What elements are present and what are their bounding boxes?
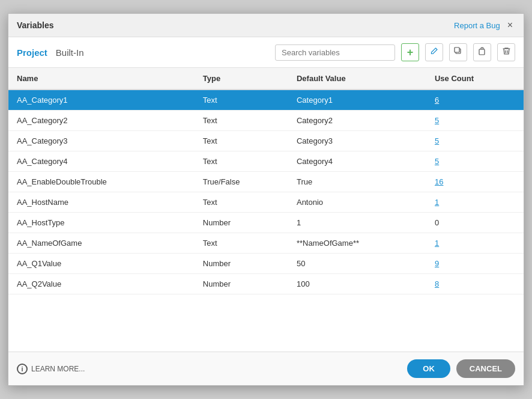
- table-header-row: Name Type Default Value Use Count: [8, 68, 524, 90]
- cell-default: 50: [288, 254, 426, 274]
- cell-default: Category1: [288, 90, 426, 111]
- search-input[interactable]: [275, 44, 395, 61]
- close-button[interactable]: ×: [505, 20, 515, 31]
- cell-usecount: 1: [426, 192, 524, 213]
- delete-button[interactable]: [497, 43, 515, 61]
- table-row[interactable]: AA_Q2ValueNumber1008: [8, 274, 524, 294]
- table-row[interactable]: AA_EnableDoubleTroubleTrue/FalseTrue16: [8, 172, 524, 192]
- paste-icon: [478, 47, 486, 58]
- footer-buttons: OK CANCEL: [407, 359, 515, 378]
- svg-rect-3: [480, 48, 484, 49]
- cell-name: AA_HostName: [8, 192, 195, 213]
- cell-default: Category3: [288, 131, 426, 151]
- learn-more-label: LEARN MORE...: [31, 365, 85, 373]
- learn-more[interactable]: i LEARN MORE...: [17, 364, 85, 374]
- cell-name: AA_HostType: [8, 213, 195, 233]
- copy-icon: [454, 47, 462, 58]
- use-count-link[interactable]: 1: [435, 239, 439, 248]
- table-row[interactable]: AA_NameOfGameText**NameOfGame**1: [8, 233, 524, 254]
- cell-usecount: 6: [426, 90, 524, 111]
- tab-project[interactable]: Project: [17, 47, 47, 58]
- variables-table-container: Name Type Default Value Use Count AA_Cat…: [8, 68, 524, 352]
- cell-type: Text: [195, 151, 288, 172]
- table-row[interactable]: AA_Q1ValueNumber509: [8, 254, 524, 274]
- cell-usecount: 0: [426, 213, 524, 233]
- variables-dialog: Variables Report a Bug × Project Built-I…: [8, 13, 524, 386]
- svg-rect-2: [479, 49, 485, 55]
- cell-default: Category4: [288, 151, 426, 172]
- ok-button[interactable]: OK: [407, 359, 450, 378]
- cell-type: Number: [195, 274, 288, 294]
- cancel-button[interactable]: CANCEL: [456, 359, 515, 378]
- add-icon: +: [407, 46, 414, 59]
- table-body: AA_Category1TextCategory16AA_Category2Te…: [8, 90, 524, 294]
- add-button[interactable]: +: [401, 43, 419, 61]
- use-count-link[interactable]: 8: [435, 279, 439, 288]
- cell-name: AA_Category2: [8, 111, 195, 131]
- cell-name: AA_Category4: [8, 151, 195, 172]
- cell-name: AA_Category1: [8, 90, 195, 111]
- delete-icon: [503, 47, 510, 58]
- cell-usecount: 5: [426, 131, 524, 151]
- use-count-link[interactable]: 1: [435, 198, 439, 207]
- cell-type: Text: [195, 111, 288, 131]
- cell-usecount: 5: [426, 151, 524, 172]
- info-icon: i: [17, 364, 28, 374]
- cell-usecount: 16: [426, 172, 524, 192]
- cell-default: True: [288, 172, 426, 192]
- cell-default: 1: [288, 213, 426, 233]
- table-row[interactable]: AA_Category4TextCategory45: [8, 151, 524, 172]
- cell-type: True/False: [195, 172, 288, 192]
- cell-usecount: 8: [426, 274, 524, 294]
- cell-usecount: 9: [426, 254, 524, 274]
- cell-usecount: 5: [426, 111, 524, 131]
- cell-usecount: 1: [426, 233, 524, 254]
- cell-name: AA_Q1Value: [8, 254, 195, 274]
- col-header-usecount: Use Count: [426, 68, 524, 90]
- table-row[interactable]: AA_Category3TextCategory35: [8, 131, 524, 151]
- table-row[interactable]: AA_Category1TextCategory16: [8, 90, 524, 111]
- col-header-default: Default Value: [288, 68, 426, 90]
- cell-default: Antonio: [288, 192, 426, 213]
- variables-table: Name Type Default Value Use Count AA_Cat…: [8, 68, 524, 294]
- use-count-link[interactable]: 5: [435, 157, 439, 166]
- cell-type: Number: [195, 213, 288, 233]
- cell-default: Category2: [288, 111, 426, 131]
- cell-default: 100: [288, 274, 426, 294]
- tab-builtin[interactable]: Built-In: [56, 47, 84, 58]
- toolbar: Project Built-In +: [8, 37, 524, 68]
- cell-type: Number: [195, 254, 288, 274]
- col-header-name: Name: [8, 68, 195, 90]
- table-row[interactable]: AA_HostTypeNumber10: [8, 213, 524, 233]
- cell-default: **NameOfGame**: [288, 233, 426, 254]
- cell-name: AA_Q2Value: [8, 274, 195, 294]
- report-bug-link[interactable]: Report a Bug: [454, 21, 500, 30]
- cell-type: Text: [195, 233, 288, 254]
- use-count-link[interactable]: 5: [435, 136, 439, 145]
- cell-type: Text: [195, 192, 288, 213]
- edit-icon: [430, 47, 438, 58]
- footer: i LEARN MORE... OK CANCEL: [8, 352, 524, 385]
- cell-type: Text: [195, 90, 288, 111]
- use-count-link[interactable]: 5: [435, 116, 439, 125]
- table-row[interactable]: AA_HostNameTextAntonio1: [8, 192, 524, 213]
- cell-name: AA_EnableDoubleTrouble: [8, 172, 195, 192]
- edit-button[interactable]: [425, 43, 443, 61]
- cell-name: AA_NameOfGame: [8, 233, 195, 254]
- use-count-link[interactable]: 16: [435, 177, 443, 186]
- copy-button[interactable]: [449, 43, 467, 61]
- cell-name: AA_Category3: [8, 131, 195, 151]
- paste-button[interactable]: [473, 43, 491, 61]
- cell-type: Text: [195, 131, 288, 151]
- title-bar: Variables Report a Bug ×: [8, 14, 524, 37]
- svg-rect-1: [455, 47, 459, 52]
- dialog-title: Variables: [17, 20, 54, 30]
- title-right: Report a Bug ×: [454, 20, 515, 31]
- use-count-link[interactable]: 9: [435, 259, 439, 268]
- use-count-link[interactable]: 6: [435, 96, 439, 105]
- table-row[interactable]: AA_Category2TextCategory25: [8, 111, 524, 131]
- col-header-type: Type: [195, 68, 288, 90]
